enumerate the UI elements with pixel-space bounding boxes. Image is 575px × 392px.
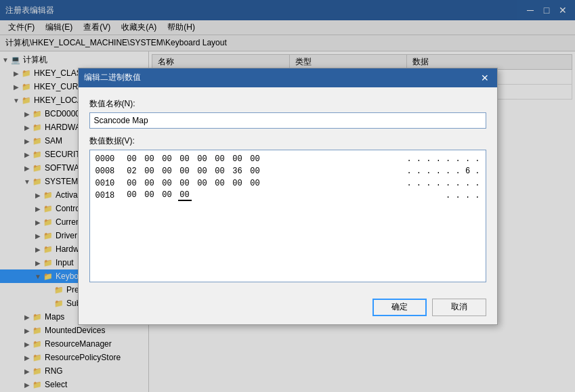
hex-editor[interactable]: 00000000000000000000 . . . . . . . .0008… [89, 150, 486, 282]
dialog-close-button[interactable]: ✕ [478, 72, 492, 84]
hex-byte-cell[interactable]: 00 [231, 154, 244, 164]
hex-row: 001800000000 . . . . [95, 190, 480, 202]
hex-ascii: . . . . . . 6 . [406, 167, 480, 176]
hex-byte-cell[interactable]: 00 [249, 167, 262, 176]
cancel-button[interactable]: 取消 [432, 299, 486, 316]
name-input[interactable] [89, 112, 486, 129]
hex-ascii: . . . . . . . . [406, 179, 480, 188]
hex-byte-cell[interactable]: 00 [161, 190, 174, 201]
hex-byte-cell[interactable]: 00 [125, 154, 139, 164]
hex-byte-cell[interactable]: 00 [231, 179, 244, 188]
hex-row: 00100000000000000000 . . . . . . . . [95, 177, 480, 190]
dialog-footer: 确定 取消 [79, 293, 497, 324]
hex-ascii: . . . . . . . . [406, 154, 480, 164]
hex-bytes: 0200000000003600 [125, 167, 402, 176]
data-label: 数值数据(V): [89, 135, 486, 147]
hex-byte-cell[interactable]: 00 [143, 179, 156, 188]
hex-byte-cell[interactable]: 00 [161, 167, 174, 176]
hex-byte-cell[interactable]: 00 [125, 179, 139, 188]
edit-binary-dialog: 编辑二进制数值 ✕ 数值名称(N): 数值数据(V): 000000000000… [78, 68, 498, 325]
data-section: 数值数据(V): 00000000000000000000 . . . . . … [89, 135, 486, 282]
hex-byte-cell[interactable]: 00 [196, 167, 209, 176]
hex-byte-cell[interactable]: 00 [178, 167, 192, 176]
hex-address: 0018 [95, 191, 125, 200]
hex-bytes: 00000000 [125, 190, 441, 201]
dialog-title-bar: 编辑二进制数值 ✕ [79, 68, 497, 87]
hex-byte-cell[interactable]: 00 [178, 154, 192, 164]
name-section: 数值名称(N): [89, 98, 486, 129]
hex-ascii: . . . . [446, 191, 480, 200]
hex-byte-cell[interactable]: 00 [249, 179, 262, 188]
ok-button[interactable]: 确定 [372, 299, 427, 316]
hex-row: 00080200000000003600 . . . . . . 6 . [95, 165, 480, 177]
hex-byte-cell[interactable]: 00 [161, 179, 174, 188]
hex-row: 00000000000000000000 . . . . . . . . [95, 153, 480, 165]
dialog-title: 编辑二进制数值 [84, 72, 141, 83]
hex-byte-cell[interactable]: 00 [213, 154, 227, 164]
hex-byte-cell[interactable]: 00 [143, 154, 156, 164]
hex-byte-cell[interactable]: 00 [178, 179, 192, 188]
hex-bytes: 0000000000000000 [125, 179, 402, 188]
hex-byte-cell[interactable]: 00 [161, 154, 174, 164]
name-label: 数值名称(N): [89, 98, 486, 110]
hex-byte-cell[interactable]: 00 [143, 167, 156, 176]
hex-address: 0010 [95, 179, 125, 188]
hex-byte-cell[interactable]: 00 [213, 167, 227, 176]
hex-byte-cell[interactable]: 00 [143, 190, 156, 201]
hex-byte-cell[interactable]: 00 [249, 154, 262, 164]
hex-byte-cell[interactable]: 00 [196, 154, 209, 164]
modal-overlay: 编辑二进制数值 ✕ 数值名称(N): 数值数据(V): 000000000000… [0, 0, 575, 392]
hex-bytes: 0000000000000000 [125, 154, 402, 164]
dialog-body: 数值名称(N): 数值数据(V): 00000000000000000000 .… [79, 87, 497, 293]
hex-byte-cell[interactable]: 02 [125, 167, 139, 176]
hex-address: 0008 [95, 167, 125, 176]
hex-byte-cell[interactable]: 00 [213, 179, 227, 188]
hex-byte-cell[interactable]: 00 [196, 179, 209, 188]
hex-address: 0000 [95, 154, 125, 164]
hex-byte-cell[interactable]: 00 [178, 190, 192, 201]
hex-byte-cell[interactable]: 36 [231, 167, 244, 176]
hex-byte-cell[interactable]: 00 [125, 190, 139, 201]
